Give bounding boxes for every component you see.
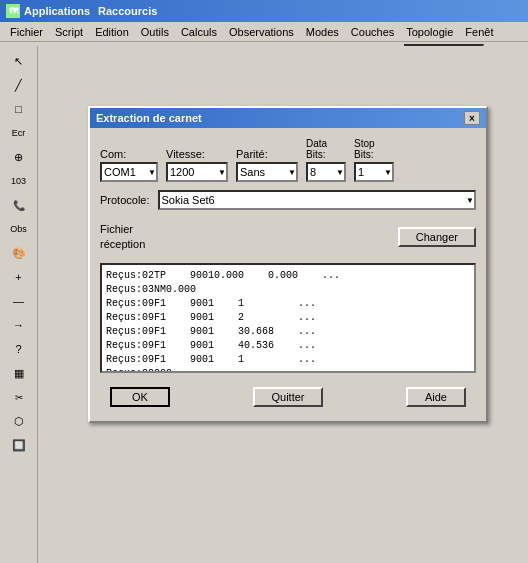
dialog-body: Com: COM1 COM2 COM3 COM4 Vitesse: — [90, 128, 486, 421]
databits-label: DataBits: — [306, 138, 346, 160]
log-line: Reçus:09F1 9001 1 ... — [106, 353, 470, 367]
log-line: Reçus:09F1 9001 40.536 ... — [106, 339, 470, 353]
log-line: Reçus:03NM0.000 — [106, 283, 470, 297]
vitesse-select-wrapper: 1200 2400 4800 9600 — [166, 162, 228, 182]
protocole-select[interactable]: Sokia Set6 Leica Nikon Topcon — [158, 190, 476, 210]
stopbits-select[interactable]: 1 2 — [354, 162, 394, 182]
sidebar-hex-tool[interactable]: ⬡ — [8, 410, 30, 432]
log-line: Reçus:00000 — [106, 367, 470, 373]
menu-modes[interactable]: Modes — [300, 24, 345, 40]
sidebar-frame-tool[interactable]: 🔲 — [8, 434, 30, 456]
log-line: Reçus:02TP 90010.000 0.000 ... — [106, 269, 470, 283]
parite-select[interactable]: Sans Pair Impair — [236, 162, 298, 182]
form-row-1: Com: COM1 COM2 COM3 COM4 Vitesse: — [100, 138, 476, 182]
com-label: Com: — [100, 148, 158, 160]
app-titlebar: 🗺 Applications Raccourcis — [0, 0, 528, 22]
parite-label: Parité: — [236, 148, 298, 160]
main-area: Extraction de carnet × Com: COM1 COM2 CO… — [38, 46, 528, 563]
sidebar-arrow2-tool[interactable]: → — [8, 314, 30, 336]
vitesse-label: Vitesse: — [166, 148, 228, 160]
protocole-label: Protocole: — [100, 194, 150, 206]
app-icon: 🗺 — [6, 4, 20, 18]
sidebar-rect-tool[interactable]: □ — [8, 98, 30, 120]
stopbits-group: StopBits: 1 2 — [354, 138, 394, 182]
sidebar-help-tool[interactable]: ? — [8, 338, 30, 360]
com-select-wrapper: COM1 COM2 COM3 COM4 — [100, 162, 158, 182]
dialog-title: Extraction de carnet — [96, 112, 202, 124]
sidebar-num-tool[interactable]: 103 — [8, 170, 30, 192]
menu-observations[interactable]: Observations — [223, 24, 300, 40]
log-line: Reçus:09F1 9001 30.668 ... — [106, 325, 470, 339]
button-row: OK Quitter Aide — [100, 383, 476, 411]
sidebar-arrow-tool[interactable]: ↖ — [8, 50, 30, 72]
protocole-select-wrapper: Sokia Set6 Leica Nikon Topcon — [158, 190, 476, 210]
stopbits-select-wrapper: 1 2 — [354, 162, 394, 182]
databits-group: DataBits: 8 7 — [306, 138, 346, 182]
menubar: Fichier Script Edition Outils Calculs Ob… — [0, 22, 528, 42]
com-select[interactable]: COM1 COM2 COM3 COM4 — [100, 162, 158, 182]
sidebar-line2-tool[interactable]: — — [8, 290, 30, 312]
dialog-titlebar: Extraction de carnet × — [90, 108, 486, 128]
menu-calculs[interactable]: Calculs — [175, 24, 223, 40]
stopbits-label: StopBits: — [354, 138, 394, 160]
sidebar-cut-tool[interactable]: ✂ — [8, 386, 30, 408]
databits-select[interactable]: 8 7 — [306, 162, 346, 182]
menu-fichier[interactable]: Fichier — [4, 24, 49, 40]
protocol-row: Protocole: Sokia Set6 Leica Nikon Topcon — [100, 190, 476, 210]
sidebar-color-tool[interactable]: 🎨 — [8, 242, 30, 264]
menu-couches[interactable]: Couches — [345, 24, 400, 40]
sidebar-line-tool[interactable]: ╱ — [8, 74, 30, 96]
log-area: Reçus:02TP 90010.000 0.000 ...Reçus:03NM… — [100, 263, 476, 373]
sidebar-grid-tool[interactable]: ▦ — [8, 362, 30, 384]
log-line: Reçus:09F1 9001 1 ... — [106, 297, 470, 311]
file-row: Fichierréception Changer — [100, 222, 476, 253]
sidebar-ecr-tool[interactable]: Ecr — [8, 122, 30, 144]
app-title: Applications — [24, 5, 90, 17]
menu-edition[interactable]: Edition — [89, 24, 135, 40]
quitter-button[interactable]: Quitter — [253, 387, 322, 407]
com-group: Com: COM1 COM2 COM3 COM4 — [100, 148, 158, 182]
log-line: Reçus:09F1 9001 2 ... — [106, 311, 470, 325]
vitesse-group: Vitesse: 1200 2400 4800 9600 — [166, 148, 228, 182]
sidebar-phone-tool[interactable]: 📞 — [8, 194, 30, 216]
menu-topologie[interactable]: Topologie — [400, 24, 459, 40]
parite-select-wrapper: Sans Pair Impair — [236, 162, 298, 182]
app-shortcuts: Raccourcis — [98, 5, 157, 17]
databits-select-wrapper: 8 7 — [306, 162, 346, 182]
fichier-label: Fichierréception — [100, 222, 145, 253]
dialog-close-button[interactable]: × — [464, 111, 480, 125]
menu-outils[interactable]: Outils — [135, 24, 175, 40]
sidebar-plus-tool[interactable]: ⊕ — [8, 146, 30, 168]
menu-fenet[interactable]: Fenêt — [459, 24, 499, 40]
changer-button[interactable]: Changer — [398, 227, 476, 247]
sidebar-obs-tool[interactable]: Obs — [8, 218, 30, 240]
left-sidebar: ↖ ╱ □ Ecr ⊕ 103 📞 Obs 🎨 + — → ? ▦ ✂ ⬡ 🔲 — [0, 46, 38, 563]
ok-button[interactable]: OK — [110, 387, 170, 407]
parite-group: Parité: Sans Pair Impair — [236, 148, 298, 182]
aide-button[interactable]: Aide — [406, 387, 466, 407]
vitesse-select[interactable]: 1200 2400 4800 9600 — [166, 162, 228, 182]
dialog-extraction: Extraction de carnet × Com: COM1 COM2 CO… — [88, 106, 488, 423]
sidebar-add-tool[interactable]: + — [8, 266, 30, 288]
menu-script[interactable]: Script — [49, 24, 89, 40]
